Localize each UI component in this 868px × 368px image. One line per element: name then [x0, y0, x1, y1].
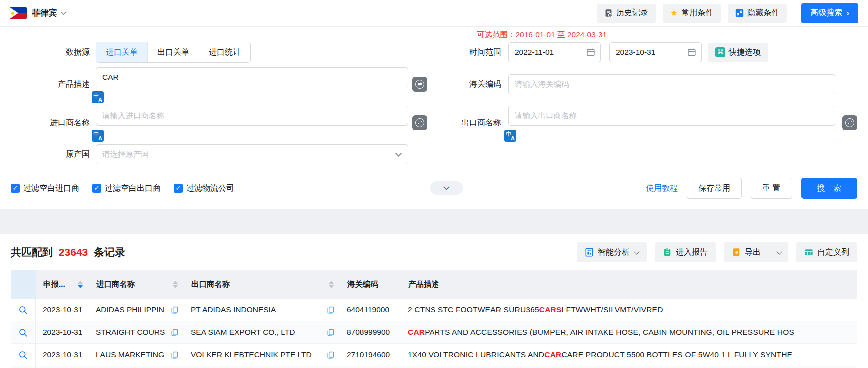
hide-conditions-button[interactable]: 隐藏条件 [728, 4, 787, 23]
translate-icon[interactable]: 中 A [504, 130, 516, 142]
row-action-column-header [11, 270, 36, 299]
smart-analysis-button[interactable]: 智能分析 [577, 242, 647, 262]
synonym-icon: ⇌ [415, 80, 424, 89]
sort-icons[interactable] [329, 281, 334, 288]
copy-icon[interactable] [326, 351, 335, 359]
command-icon: ⌘ [715, 47, 725, 57]
datasource-tabs: 进口关单 出口关单 进口统计 [96, 42, 251, 63]
export-button-group: 导出 [724, 242, 788, 262]
synonym-icon: ⇌ [845, 118, 854, 127]
checkbox-filter-blank-importer[interactable]: ✓ 过滤空白进口商 [11, 183, 79, 194]
row-search-button[interactable] [11, 321, 36, 343]
importer-name-label: 进口商名称 [11, 118, 96, 128]
hs-code-label: 海关编码 [450, 79, 508, 90]
magnifier-icon [18, 328, 28, 337]
checkbox-checked-icon: ✓ [11, 184, 20, 193]
column-header-description: 产品描述 [401, 270, 857, 299]
product-description-input[interactable] [96, 67, 408, 87]
magnifier-icon [18, 350, 28, 360]
row-description: 1X40 VOLTRONIC LUBRICANTS AND CAR CARE P… [401, 344, 857, 366]
chevron-down-icon [634, 249, 639, 254]
analysis-icon [585, 248, 594, 257]
synonym-expand-button[interactable]: ⇌ [842, 115, 857, 130]
sort-icons[interactable] [78, 281, 83, 288]
search-button[interactable]: 搜 索 [801, 178, 857, 199]
table-header-row: 申报... 进口商名称 出口商名称 海关编码 产品描述 [11, 270, 857, 299]
copy-icon[interactable] [170, 351, 179, 359]
row-search-button[interactable] [11, 299, 36, 321]
table-row: 2023-10-31 LAUS MARKETING VOLKER KLEBTEC… [11, 344, 857, 366]
tutorial-link[interactable]: 使用教程 [646, 183, 678, 194]
history-button[interactable]: 历史记录 [597, 4, 656, 23]
end-date-input[interactable]: 2023-10-31 [609, 42, 702, 62]
columns-icon [804, 248, 813, 257]
row-hscode: 8708999900 [340, 321, 401, 343]
calendar-icon [586, 48, 595, 57]
exporter-name-label: 出口商名称 [450, 118, 508, 128]
translate-icon[interactable]: 中 A [92, 91, 104, 103]
chevron-down-icon [395, 150, 402, 157]
expand-more-filters-button[interactable] [430, 181, 463, 195]
time-range-label: 时间范围 [450, 47, 508, 58]
topbar: 菲律宾 历史记录 ★ 常用条件 隐藏条件 高级搜索 › [0, 0, 868, 27]
datasource-label: 数据源 [11, 47, 96, 58]
reset-button[interactable]: 重 置 [751, 178, 792, 199]
row-exporter-text[interactable]: SEA SIAM EXPORT CO., LTD [191, 328, 295, 337]
row-importer-text[interactable]: STRAIGHT COURS [96, 328, 165, 337]
row-date: 2023-10-31 [36, 321, 89, 343]
origin-country-label: 原产国 [11, 149, 96, 160]
synonym-icon: ⇌ [415, 118, 424, 127]
arrow-right-icon: › [846, 9, 849, 17]
hs-code-input[interactable] [508, 74, 835, 94]
synonym-expand-button[interactable]: ⇌ [412, 77, 427, 92]
save-common-button[interactable]: 保存常用 [687, 178, 742, 199]
column-header-exporter[interactable]: 出口商名称 [184, 270, 340, 299]
tab-import-declarations[interactable]: 进口关单 [96, 42, 147, 62]
table-body: 2023-10-31 ADIDAS PHILIPPIN PT ADIDAS IN… [11, 299, 857, 368]
row-exporter-text[interactable]: VOLKER KLEBTECHNIK PTE LTD [191, 350, 312, 359]
country-selector-label[interactable]: 菲律宾 [32, 7, 57, 19]
section-divider [0, 209, 868, 234]
quick-options-button[interactable]: ⌘ 快捷选项 [708, 43, 768, 62]
copy-icon[interactable] [170, 328, 179, 337]
row-exporter-text[interactable]: PT ADIDAS INDONESIA [191, 305, 276, 314]
synonym-expand-button[interactable]: ⇌ [412, 115, 427, 130]
row-hscode: 6404119000 [340, 299, 401, 321]
advanced-search-button[interactable]: 高级搜索 › [801, 3, 858, 23]
checkbox-filter-blank-exporter[interactable]: ✓ 过滤空白出口商 [92, 183, 161, 194]
row-hscode: 8504409000 [340, 366, 401, 368]
checkbox-filter-logistics[interactable]: ✓ 过滤物流公司 [174, 183, 234, 194]
calendar-icon [687, 48, 696, 57]
customize-columns-button[interactable]: 自定义列 [796, 242, 857, 262]
translate-icon[interactable]: 中 A [92, 130, 104, 142]
origin-country-select[interactable]: 请选择原产国 [96, 144, 408, 164]
copy-icon[interactable] [326, 328, 335, 337]
row-description: ESDRAS 8992679 CAR CHARGING CR14 ALUMINI… [401, 366, 857, 368]
exporter-name-input[interactable] [508, 106, 835, 126]
philippines-flag-icon [10, 7, 27, 19]
tab-export-declarations[interactable]: 出口关单 [147, 42, 199, 62]
column-header-importer[interactable]: 进口商名称 [89, 270, 184, 299]
report-icon [663, 248, 672, 257]
history-icon [604, 9, 613, 17]
topbar-divider [794, 6, 794, 20]
enter-report-button[interactable]: 进入报告 [655, 242, 716, 262]
copy-icon[interactable] [170, 306, 179, 314]
results-panel: 共匹配到 23643 条记录 智能分析 进入报告 [0, 234, 868, 368]
export-dropdown-button[interactable] [769, 242, 788, 262]
copy-icon[interactable] [326, 306, 335, 314]
favorites-button[interactable]: ★ 常用条件 [663, 4, 721, 23]
row-importer-text[interactable]: ADIDAS PHILIPPIN [96, 305, 164, 314]
country-chevron-down-icon[interactable] [60, 9, 67, 15]
column-header-date[interactable]: 申报... [36, 270, 89, 299]
export-button[interactable]: 导出 [724, 242, 769, 262]
tab-import-statistics[interactable]: 进口统计 [199, 42, 250, 62]
row-search-button[interactable] [11, 344, 36, 366]
row-importer-text[interactable]: LAUS MARKETING [96, 350, 164, 359]
sort-icons[interactable] [173, 281, 178, 288]
start-date-input[interactable]: 2022-11-01 [508, 42, 601, 62]
importer-name-input[interactable] [96, 106, 408, 126]
row-search-button[interactable] [11, 366, 36, 368]
results-table: 申报... 进口商名称 出口商名称 海关编码 产品描述 2023-10-31 [11, 270, 857, 368]
export-icon [732, 248, 741, 257]
